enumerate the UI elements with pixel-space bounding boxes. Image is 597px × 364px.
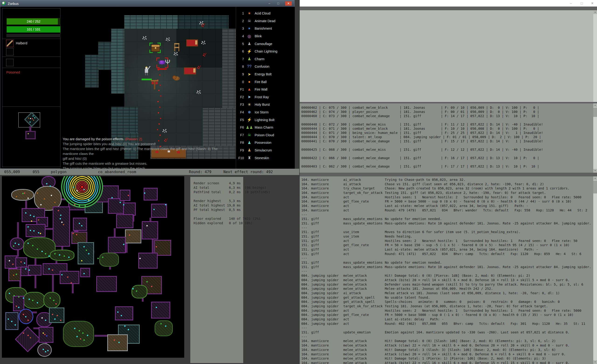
map-room: [26, 224, 46, 237]
ai-action: target_ok_for_attack: [343, 304, 385, 309]
spell-row[interactable]: 9 ➤ Energy Bolt: [236, 71, 295, 78]
map-room: [151, 204, 167, 218]
combat-log-scrollbar[interactable]: ▲ ▼: [593, 103, 597, 173]
map-room: [138, 253, 158, 269]
ai-entity: 164. manticore: [301, 361, 343, 364]
spell-row[interactable]: F9 ♟ Simulacrum: [236, 147, 295, 154]
spell-row[interactable]: F10 ♜ Stoneskin: [236, 154, 295, 162]
ai-entity: ---: [301, 213, 343, 217]
scroll-down-arrow[interactable]: ▼: [593, 169, 597, 173]
map-entity-dot: [54, 202, 55, 203]
map-entity-dot: [25, 212, 26, 214]
map-entity-dot: [160, 323, 162, 324]
spell-row[interactable]: 0 ● Fire Ball: [236, 78, 295, 86]
wall-right: [222, 29, 236, 108]
spell-row[interactable]: F4 ❄ Ice Storm: [236, 109, 295, 116]
spell-hotkey: 1: [236, 11, 244, 15]
spell-hotkey: 7: [236, 57, 244, 61]
spell-row[interactable]: 1 ✶ Acid Cloud: [236, 9, 295, 17]
spell-row[interactable]: F6 ♟♟ Mass Charm: [236, 124, 295, 131]
scroll-up-arrow[interactable]: ▲: [593, 103, 597, 107]
ai-entity: 084. jumping spider: [301, 313, 343, 317]
spell-row[interactable]: F8 ♟ Possession: [236, 139, 295, 147]
map-entity-dot: [61, 274, 63, 275]
weapon-slot[interactable]: [6, 40, 14, 47]
spell-row[interactable]: 8 ?? Confusion: [236, 63, 295, 71]
close-button[interactable]: ✕: [589, 1, 595, 5]
ai-log-row: 084. jumping spider act Last ai-state: d…: [301, 317, 593, 322]
debug-window-titlebar[interactable]: – □ ✕: [300, 0, 597, 7]
poison-cloud-icon: ☠: [246, 133, 253, 137]
minimize-button[interactable]: –: [266, 1, 273, 6]
ai-entity: 151. giff: [301, 217, 343, 221]
minimize-button[interactable]: –: [568, 1, 574, 5]
spell-row[interactable]: 6 ⚡ Chain Lightning: [236, 47, 295, 55]
minimap-item-dot: [28, 133, 29, 134]
map-corridor: [61, 198, 68, 200]
scroll-thumb[interactable]: [593, 108, 597, 117]
empty-slot[interactable]: [6, 48, 14, 55]
scroll-up-arrow[interactable]: ▲: [593, 176, 597, 180]
player-sprite[interactable]: [143, 66, 150, 76]
spell-row[interactable]: 5 ♟ Camouflage: [236, 40, 295, 47]
ai-entity: 084. jumping spider: [301, 273, 343, 278]
map-entity-dot: [79, 223, 80, 224]
spell-row[interactable]: F1 ▲ Fire Wall: [236, 86, 295, 93]
ai-message: Emotion against 164. manticore updated t…: [385, 330, 593, 335]
spell-hotkey: 8: [236, 65, 244, 68]
ai-action: act: [343, 195, 385, 199]
bones-sprite: [202, 42, 203, 43]
ai-message: Attack (claw) 20 = roll 14 + skill 6 + m…: [385, 352, 593, 356]
blood-splat: [204, 53, 204, 54]
banishment-icon: ✴: [246, 26, 253, 31]
spell-hotkey: F8: [236, 141, 244, 144]
effects-scrollbar[interactable]: ▲: [593, 10, 597, 102]
spell-row[interactable]: F5 ⚡ Lightning Bolt: [236, 116, 295, 124]
ai-action: use_item: [343, 234, 385, 239]
map-entity-dot: [24, 262, 25, 264]
spell-row[interactable]: F3 ✳ Holy Burst: [236, 101, 295, 109]
ai-message: Hostiles seen: 1 Nearest hostile: 2 Surr…: [385, 195, 593, 199]
ai-entity: ---: [301, 335, 343, 339]
ai-message: Hostiles seen: 2 Nearest hostile: 1 Surr…: [385, 239, 593, 243]
message-line: The giff cuts the manticore with a great…: [63, 161, 234, 166]
spell-row[interactable]: F2 ➤ Frost Ray: [236, 93, 295, 101]
map-room: [37, 343, 52, 357]
map-room: [15, 326, 40, 352]
spell-row[interactable]: 4 ◎ Blink: [236, 32, 295, 40]
map-entity-dot: [60, 215, 61, 216]
scroll-thumb[interactable]: [593, 181, 597, 193]
spell-row[interactable]: F7 ☠ Poison Cloud: [236, 131, 295, 139]
manticore-sprite[interactable]: [172, 75, 181, 81]
level-overview-map[interactable]: [2, 176, 184, 358]
round-counter: Round: 479: [189, 170, 211, 174]
spell-row[interactable]: 2 ☠ Animate Dead: [236, 17, 295, 25]
map-entity-dot: [9, 260, 10, 261]
spell-name: Mass Charm: [255, 126, 273, 129]
map-entity-dot: [24, 192, 25, 194]
titlebar[interactable]: Zorbus – □ ✕: [0, 0, 294, 7]
scroll-up-arrow[interactable]: ▲: [593, 10, 597, 14]
stat-line: [194, 212, 270, 216]
ai-action: get_flee_rate: [343, 199, 385, 204]
minimap-furniture-dot: [28, 118, 29, 119]
map-entity-dot: [117, 311, 118, 313]
map-room: [96, 276, 117, 292]
spell-hotkey: F10: [236, 156, 244, 160]
empty-slot[interactable]: [6, 59, 14, 66]
map-entity-dot: [88, 199, 89, 201]
scroll-down-arrow[interactable]: ▼: [593, 360, 597, 364]
ai-action: melee_attack: [343, 286, 385, 291]
spell-row[interactable]: 7 ♟ Charm: [236, 55, 295, 63]
ai-log-row: ---: [301, 335, 593, 339]
close-button[interactable]: ✕: [285, 1, 292, 6]
ai-log-row: 151. giff act Round: 471 (471) 057,022 0…: [301, 252, 593, 256]
ai-message: Testing 181. Joonas (at 056,009, distanc…: [385, 304, 593, 309]
maximize-button[interactable]: □: [579, 1, 585, 5]
spell-row[interactable]: 3 ✴ Banishment: [236, 25, 295, 32]
ai-entity: 151. giff: [301, 221, 343, 226]
ai-log-scrollbar[interactable]: ▲ ▼: [593, 176, 597, 364]
maximize-button[interactable]: □: [275, 1, 282, 6]
map-entity-dot: [84, 273, 85, 274]
stat-line: PF total highest 0,5 ms: [194, 208, 270, 212]
